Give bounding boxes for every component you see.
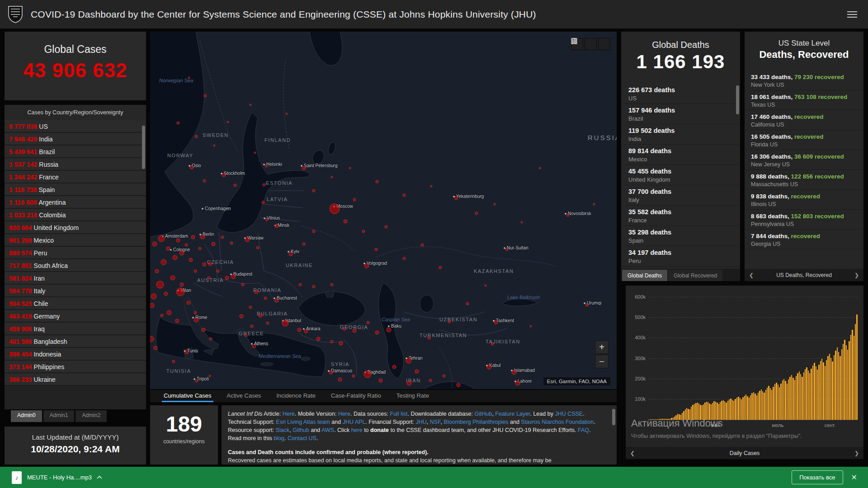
case-bubble[interactable]	[289, 252, 292, 256]
case-bubble[interactable]	[191, 235, 195, 239]
case-bubble[interactable]	[263, 183, 265, 186]
case-bubble[interactable]	[189, 258, 193, 262]
case-bubble[interactable]	[275, 299, 278, 302]
case-bubble[interactable]	[457, 383, 460, 387]
case-bubble[interactable]	[150, 336, 154, 342]
case-bubble[interactable]	[234, 184, 236, 187]
chart-prev-arrow[interactable]: ❮	[627, 447, 637, 459]
info-link[interactable]: here	[351, 427, 363, 433]
case-bubble[interactable]	[521, 221, 523, 223]
case-bubble[interactable]	[255, 290, 258, 294]
case-bubble[interactable]	[217, 270, 219, 272]
case-bubble[interactable]	[172, 360, 175, 363]
us-state-row[interactable]: 8 683 deaths, 152 803 recoveredPennsylva…	[745, 210, 863, 230]
case-row[interactable]: 717 851South Africa	[5, 259, 146, 272]
tab-global-deaths[interactable]: Global Deaths	[622, 270, 667, 281]
case-bubble[interactable]	[254, 152, 256, 154]
case-bubble[interactable]	[367, 321, 369, 324]
case-bubble[interactable]	[406, 358, 411, 363]
case-bubble[interactable]	[353, 329, 356, 333]
tab-admin0[interactable]: Admin0	[11, 410, 42, 422]
case-bubble[interactable]	[302, 166, 306, 170]
deaths-scrollbar[interactable]	[736, 85, 739, 114]
case-bubble[interactable]	[177, 122, 179, 124]
case-row[interactable]: 1 116 738Spain	[5, 183, 146, 196]
death-row[interactable]: 45 455 deathsUnited Kingdom	[621, 165, 740, 185]
case-bubble[interactable]	[385, 225, 387, 228]
case-bubble[interactable]	[230, 242, 233, 244]
case-bubble[interactable]	[375, 248, 377, 251]
case-bubble[interactable]	[170, 276, 175, 280]
case-bubble[interactable]	[185, 350, 189, 354]
case-bubble[interactable]	[330, 340, 333, 343]
prev-page-arrow[interactable]: ❮	[746, 269, 756, 281]
case-bubble[interactable]	[466, 302, 469, 305]
case-bubble[interactable]	[176, 239, 180, 242]
case-row[interactable]: 401 586Bangladesh	[5, 335, 146, 348]
case-bubble[interactable]	[515, 381, 520, 385]
cases-scrollbar[interactable]	[142, 126, 145, 169]
info-link[interactable]: JHU APL	[343, 419, 366, 425]
case-bubble[interactable]	[175, 319, 179, 323]
case-bubble[interactable]	[566, 214, 569, 216]
death-row[interactable]: 35 298 deathsSpain	[621, 226, 740, 246]
case-bubble[interactable]	[179, 251, 184, 255]
case-bubble[interactable]	[151, 294, 156, 299]
case-bubble[interactable]	[225, 276, 229, 280]
info-link[interactable]: Esri Living Atlas team	[276, 419, 330, 425]
case-row[interactable]: 920 664United Kingdom	[5, 221, 146, 234]
case-bubble[interactable]	[167, 310, 171, 315]
death-row[interactable]: 157 946 deathsBrazil	[621, 104, 740, 124]
case-bubble[interactable]	[344, 220, 347, 223]
case-bubble[interactable]	[203, 263, 206, 266]
case-bubble[interactable]	[330, 204, 340, 214]
case-bubble[interactable]	[194, 270, 197, 272]
case-bubble[interactable]	[208, 262, 212, 266]
case-bubble[interactable]	[198, 247, 201, 250]
case-bubble[interactable]	[339, 342, 343, 345]
case-row[interactable]: 373 144Philippines	[5, 361, 146, 373]
case-bubble[interactable]	[362, 230, 365, 233]
map-svg[interactable]: Norwegian SeaMediterranean SeaCaspian Se…	[150, 32, 617, 389]
case-bubble[interactable]	[403, 194, 406, 197]
info-link[interactable]: Github	[292, 427, 309, 433]
case-bubble[interactable]	[209, 375, 211, 377]
case-bubble[interactable]	[429, 379, 432, 382]
case-bubble[interactable]	[231, 274, 236, 279]
chart-next-arrow[interactable]: ❯	[852, 447, 862, 459]
case-row[interactable]: 1 244 242France	[5, 171, 146, 183]
case-bubble[interactable]	[150, 303, 154, 308]
tab-admin1[interactable]: Admin1	[43, 410, 75, 422]
case-bubble[interactable]	[364, 263, 369, 268]
case-bubble[interactable]	[154, 346, 157, 350]
us-state-row[interactable]: 9 888 deaths, 122 856 recoveredMassachus…	[745, 170, 863, 190]
case-bubble[interactable]	[173, 255, 177, 260]
case-bubble[interactable]	[208, 277, 210, 279]
info-link[interactable]: GitHub	[474, 411, 492, 417]
map-tab-case-fatality-ratio[interactable]: Case-Fatality Ratio	[329, 390, 383, 402]
zoom-out-button[interactable]: −	[595, 355, 609, 368]
info-scrollbar[interactable]	[612, 409, 615, 425]
map-tab-cumulative-cases[interactable]: Cumulative Cases	[162, 390, 213, 402]
us-state-row[interactable]: 16 505 deaths, recoveredFlorida US	[745, 130, 863, 150]
case-bubble[interactable]	[304, 329, 308, 333]
us-state-row[interactable]: 17 460 deaths, recoveredCalifornia US	[745, 110, 863, 130]
case-bubble[interactable]	[343, 328, 346, 330]
case-bubble[interactable]	[349, 167, 351, 169]
info-link[interactable]: FAQ	[578, 427, 589, 433]
map-tab-active-cases[interactable]: Active Cases	[225, 390, 263, 402]
legend-icon[interactable]	[585, 38, 597, 50]
case-bubble[interactable]	[487, 365, 491, 369]
us-state-row[interactable]: 7 844 deaths, recoveredGeorgia US	[745, 230, 863, 249]
case-row[interactable]: 581 824Iran	[5, 272, 146, 285]
info-link[interactable]: JHU CSSE	[555, 411, 583, 417]
case-bubble[interactable]	[156, 281, 164, 288]
case-bubble[interactable]	[407, 381, 411, 385]
case-bubble[interactable]	[213, 145, 215, 146]
case-bubble[interactable]	[245, 237, 250, 242]
case-bubble[interactable]	[387, 328, 391, 332]
case-row[interactable]: 1 116 609Argentina	[5, 196, 146, 209]
case-bubble[interactable]	[282, 320, 288, 326]
case-bubble[interactable]	[331, 176, 333, 178]
info-link[interactable]: Here	[283, 411, 295, 417]
